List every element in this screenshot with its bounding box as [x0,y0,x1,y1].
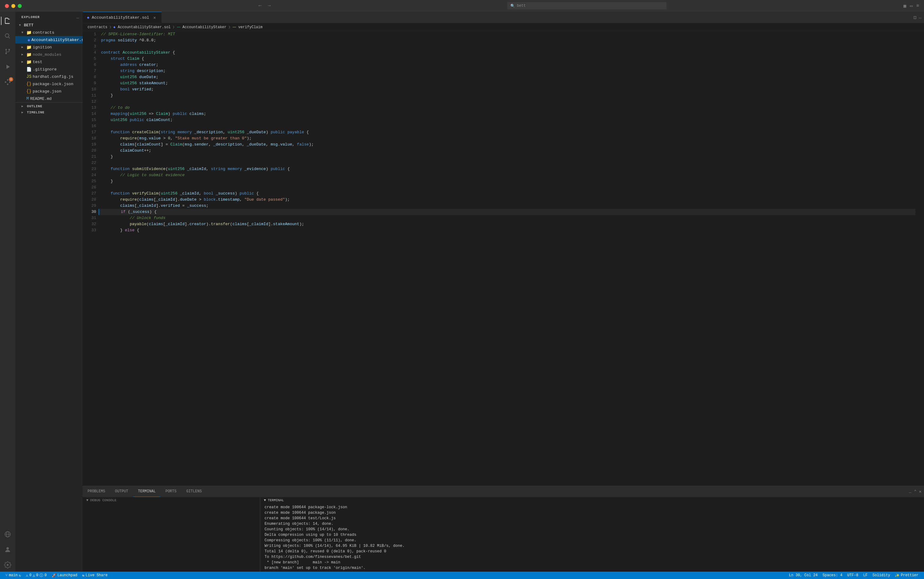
terminal-line-6: Delta compression using up to 10 threads [264,532,920,538]
tree-file-package-lock[interactable]: {} package-lock.json [15,80,83,88]
panel-actions: … ⌃ ✕ [909,486,924,497]
title-bar-actions: ▦ ▭ ≡ [903,3,919,9]
sidebar-actions: … [77,15,79,20]
activity-run-debug[interactable] [1,60,15,74]
line-num-24: 24 [85,172,96,178]
status-liveshare[interactable]: ⇆ Live Share [80,572,110,579]
new-file-icon[interactable]: … [77,15,79,20]
terminal-line-5: Counting objects: 100% (14/14), done. [264,527,920,532]
tab-gitlens-label: GITLENS [186,489,202,494]
tree-folder-ignition[interactable]: ► 📁 ignition [15,44,83,51]
panel-layout-icon[interactable]: ▦ [903,3,906,9]
activity-bar: 1 [0,11,15,572]
tab-gitlens[interactable]: GITLENS [181,486,206,497]
back-button[interactable]: ← [259,3,262,8]
panel-close-icon[interactable]: ✕ [919,489,922,494]
error-icon: ⚠ [26,573,28,578]
status-errors[interactable]: ⚠ 0 △ 0 ⓘ 0 [23,572,49,579]
maximize-button[interactable] [18,4,22,8]
panel-collapse-icon[interactable]: ⌃ [914,489,916,494]
line-num-12: 12 [85,99,96,105]
tree-file-gitignore[interactable]: 📄 .gitignore [15,65,83,73]
line-num-17: 17 [85,129,96,136]
line-num-16: 16 [85,123,96,129]
code-content[interactable]: // SPDX-License-Identifier: MIT pragma s… [99,31,920,486]
close-button[interactable] [5,4,9,8]
terminal-content[interactable]: create mode 100644 package-lock.json cre… [260,503,924,572]
code-editor[interactable]: 1 2 3 4 5 6 7 8 9 10 11 12 13 14 15 16 1… [83,31,924,486]
tab-problems[interactable]: PROBLEMS [83,486,110,497]
line-num-32: 32 [85,221,96,227]
tree-folder-node-modules[interactable]: ► 📁 node_modules [15,51,83,58]
warning-icon: △ [33,573,35,578]
tab-terminal-label: TERMINAL [138,489,156,494]
more-actions-icon[interactable]: ≡ [916,3,919,8]
tree-file-package-json[interactable]: {} package.json [15,88,83,95]
minimize-button[interactable] [11,4,15,8]
folder-icon: 📁 [26,52,31,57]
tree-root-bett[interactable]: ▼ BETT [15,21,83,29]
minimap [920,31,924,486]
breadcrumb-contract[interactable]: ⸻ AccountabilityStaker [177,25,227,29]
chevron-down-icon: ▼ [19,24,23,27]
code-line-19: claims[claimCount] = Claim(msg.sender, _… [99,142,916,148]
terminal-line-8: Writing objects: 100% (14/14), 64.95 KiB… [264,543,920,549]
more-actions-icon[interactable]: … [919,15,922,20]
main-layout: 1 EXPLORER … ▼ BETT ▼ [0,11,924,572]
chevron-right-icon: ► [21,105,25,108]
activity-source-control[interactable] [1,45,15,58]
breadcrumb-function[interactable]: ⸻ verifyClaim [232,25,262,29]
status-language[interactable]: Solidity [870,573,893,577]
tab-terminal[interactable]: TERMINAL [133,486,161,497]
svg-point-2 [5,49,7,51]
activity-remote[interactable] [1,528,15,541]
status-position[interactable]: Ln 30, Col 24 [787,573,820,577]
forward-button[interactable]: → [267,3,271,8]
panel-more-actions-icon[interactable]: … [909,489,911,494]
activity-explorer[interactable] [1,14,15,28]
activity-accounts[interactable] [1,543,15,556]
split-editor-right-icon[interactable]: ◫ [914,15,916,20]
tree-file-hardhat-config[interactable]: JS hardhat.config.js [15,73,83,80]
tab-accountability-staker[interactable]: ◆ AccountabilityStaker.sol ✕ [83,11,162,23]
status-prettier[interactable]: ✨ Prettier [893,573,921,578]
code-line-32: payable(claims[_claimId].creator).transf… [99,221,916,227]
line-num-29: 29 [85,203,96,209]
tab-close-button[interactable]: ✕ [152,15,157,20]
activity-search[interactable] [1,29,15,43]
chevron-down-icon: ▼ [21,31,25,34]
launchpad-icon: 🚀 [52,573,56,578]
tab-output-label: OUTPUT [115,489,128,494]
activity-settings[interactable] [1,558,15,572]
code-line-11: } [99,93,916,99]
sidebar-title: EXPLORER [21,15,40,19]
status-eol[interactable]: LF [860,573,870,577]
search-bar[interactable]: 🔍 bett [507,2,667,10]
breadcrumb-contracts[interactable]: contracts [88,25,108,29]
code-line-18: require(msg.value > 0, "Stake must be gr… [99,136,916,142]
tab-ports-label: PORTS [165,489,176,494]
breadcrumb-sep-1: ❯ [109,25,111,29]
tree-folder-contracts[interactable]: ▼ 📁 contracts [15,29,83,36]
breadcrumb-file[interactable]: ◆ AccountabilityStaker.sol [113,25,171,29]
json-file-icon: {} [26,82,31,87]
tab-output[interactable]: OUTPUT [110,486,133,497]
tree-folder-test[interactable]: ► 📁 test [15,58,83,65]
status-branch[interactable]: ⑂ main ↻ [3,572,23,579]
outline-label: OUTLINE [27,105,42,108]
tab-ports[interactable]: PORTS [160,486,181,497]
tree-file-accountability-staker[interactable]: ◆ AccountabilityStaker.sol [15,36,83,44]
status-encoding[interactable]: UTF-8 [845,573,860,577]
split-editor-icon[interactable]: ▭ [910,3,913,9]
tree-file-readme[interactable]: M README.md [15,95,83,102]
folder-icon: 📁 [26,59,31,65]
outline-section[interactable]: ► OUTLINE [15,102,83,109]
timeline-section[interactable]: ► TIMELINE [15,109,83,115]
code-line-30: if (_success) { [99,209,916,215]
spaces-label: Spaces: 4 [823,573,843,577]
line-num-6: 6 [85,62,96,68]
activity-extensions[interactable]: 1 [1,75,15,89]
status-spaces[interactable]: Spaces: 4 [820,573,845,577]
code-line-5: struct Claim { [99,56,916,62]
status-launchpad[interactable]: 🚀 Launchpad [49,572,80,579]
